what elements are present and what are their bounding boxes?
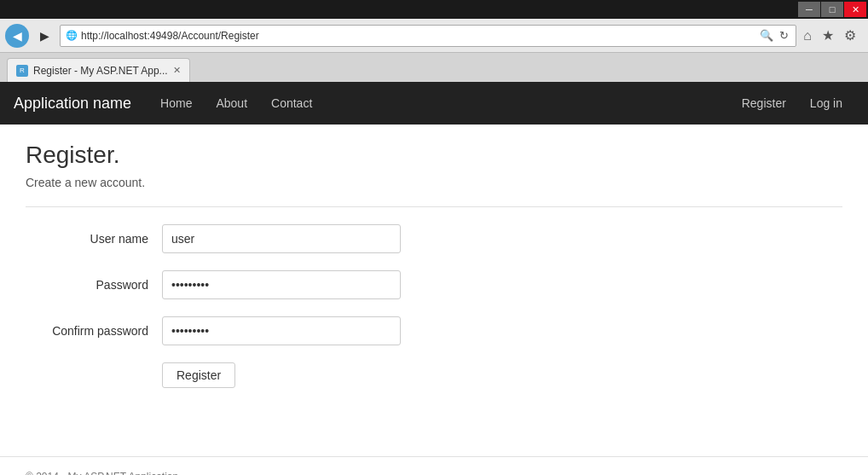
confirm-group: Confirm password xyxy=(26,316,537,345)
page-icon: 🌐 xyxy=(66,30,78,41)
footer-text: © 2014 - My ASP.NET Application xyxy=(26,471,178,475)
submit-button[interactable]: Register xyxy=(162,362,235,388)
password-group: Password xyxy=(26,270,537,299)
username-group: User name xyxy=(26,224,537,253)
maximize-button[interactable]: □ xyxy=(821,2,843,17)
settings-button[interactable]: ⚙ xyxy=(841,27,859,43)
footer: © 2014 - My ASP.NET Application xyxy=(0,456,868,475)
nav-home[interactable]: Home xyxy=(148,82,204,125)
app-brand[interactable]: Application name xyxy=(14,95,131,113)
app-navbar: Application name Home About Contact Regi… xyxy=(0,82,868,125)
tab-favicon: R xyxy=(16,65,28,77)
section-divider xyxy=(26,206,842,207)
nav-register-link[interactable]: Register xyxy=(730,82,798,125)
confirm-input[interactable] xyxy=(162,316,401,345)
browser-tab[interactable]: R Register - My ASP.NET App... ✕ xyxy=(7,58,190,82)
username-input[interactable] xyxy=(162,224,401,253)
password-label: Password xyxy=(26,278,162,292)
home-button[interactable]: ⌂ xyxy=(800,27,815,43)
tab-bar: R Register - My ASP.NET App... ✕ xyxy=(0,53,868,82)
search-button[interactable]: 🔍 xyxy=(758,29,775,42)
url-text: http://localhost:49498/Account/Register xyxy=(81,30,755,42)
browser-titlebar: ─ □ ✕ xyxy=(0,0,868,19)
forward-button[interactable]: ▶ xyxy=(32,24,56,48)
back-button[interactable]: ◀ xyxy=(5,24,29,48)
tab-close-icon[interactable]: ✕ xyxy=(173,65,181,76)
nav-about[interactable]: About xyxy=(204,82,259,125)
nav-contact[interactable]: Contact xyxy=(259,82,324,125)
main-content: Register. Create a new account. User nam… xyxy=(0,125,868,422)
close-button[interactable]: ✕ xyxy=(844,2,866,17)
minimize-button[interactable]: ─ xyxy=(798,2,820,17)
nav-login-link[interactable]: Log in xyxy=(798,82,854,125)
favorites-button[interactable]: ★ xyxy=(819,27,837,43)
confirm-label: Confirm password xyxy=(26,324,162,338)
refresh-button[interactable]: ↻ xyxy=(778,29,790,42)
nav-links: Home About Contact xyxy=(148,82,324,125)
nav-right: Register Log in xyxy=(730,82,854,125)
register-form: User name Password Confirm password Regi… xyxy=(26,224,537,388)
password-input[interactable] xyxy=(162,270,401,299)
username-label: User name xyxy=(26,232,162,246)
address-bar: 🌐 http://localhost:49498/Account/Registe… xyxy=(60,25,796,47)
page-title: Register. xyxy=(26,142,842,169)
browser-toolbar: ◀ ▶ 🌐 http://localhost:49498/Account/Reg… xyxy=(0,19,868,53)
page-subtitle: Create a new account. xyxy=(26,176,842,189)
tab-label: Register - My ASP.NET App... xyxy=(33,65,168,77)
submit-group: Register xyxy=(26,362,537,388)
browser-actions: ⌂ ★ ⚙ xyxy=(800,27,863,43)
